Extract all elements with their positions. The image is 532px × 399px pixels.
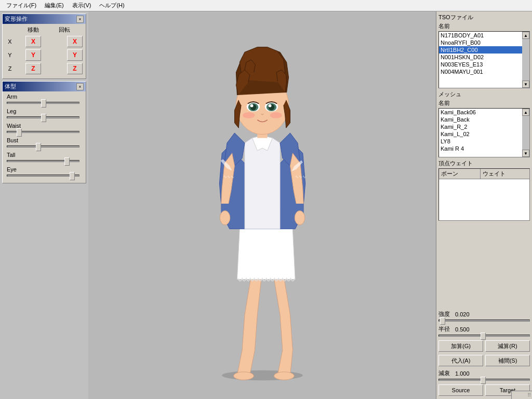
tso-item-3[interactable]: N001HSKN_D02: [439, 54, 529, 61]
gensui-slider[interactable]: [438, 379, 530, 381]
mesh-listbox[interactable]: Kami_Back06 Kami_Back Kami_R_2 Kami_L_02…: [438, 108, 530, 157]
tall-label: Tall: [7, 152, 82, 158]
bust-label: Bust: [7, 137, 82, 143]
kyodo-label: 強度: [438, 310, 453, 318]
mesh-scroll-track: [522, 116, 529, 150]
vertex-table-body: [438, 179, 530, 221]
rotate-x-button[interactable]: X: [67, 36, 83, 47]
tso-name-label: 名前: [438, 22, 530, 30]
menu-help[interactable]: ヘルプ(H): [95, 1, 128, 10]
body-panel-close[interactable]: ×: [76, 83, 84, 90]
axis-y-label: Y: [5, 52, 15, 58]
tso-item-0[interactable]: N171BODY_A01: [439, 32, 529, 39]
rotate-label: 回転: [57, 26, 72, 34]
svg-point-5: [220, 211, 230, 225]
right-panel: TSOファイル 名前 N171BODY_A01 NnoaRYFI_B00 Nrt…: [436, 11, 532, 399]
rotate-z-button[interactable]: Z: [67, 63, 83, 74]
bust-thumb[interactable]: [36, 143, 41, 151]
vertex-section: 頂点ウェイト ボーン ウェイト: [438, 159, 530, 308]
eye-thumb[interactable]: [70, 172, 75, 180]
move-y-button[interactable]: Y: [25, 49, 41, 61]
svg-point-6: [295, 211, 304, 225]
mesh-item-5[interactable]: Kami R 4: [439, 145, 529, 152]
transform-panel-close[interactable]: ×: [76, 16, 84, 23]
viewport[interactable]: ∿∿∿ ∿∿∿: [88, 11, 436, 399]
eye-slider[interactable]: [7, 175, 79, 177]
axis-z-label: Z: [5, 65, 15, 72]
rotate-y-button[interactable]: Y: [67, 49, 83, 61]
tso-item-1[interactable]: NnoaRYFI_B00: [439, 39, 529, 46]
leg-thumb[interactable]: [41, 114, 46, 122]
hankei-thumb[interactable]: [481, 332, 486, 340]
svg-text:∿∿∿: ∿∿∿: [295, 175, 306, 179]
button-row-2: 代入(A) 補間(S): [438, 355, 530, 366]
gensui-label: 減衰: [438, 369, 453, 377]
add-button[interactable]: 加算(G): [438, 340, 483, 352]
svg-point-18: [270, 112, 282, 118]
assign-button[interactable]: 代入(A): [438, 355, 483, 366]
mesh-item-3[interactable]: Kami_L_02: [439, 130, 529, 138]
status-grip: ⠿: [527, 392, 531, 398]
leg-slider[interactable]: [7, 116, 79, 118]
bust-slider-row: Bust: [7, 137, 82, 148]
transform-panel-title: 変形操作: [5, 15, 28, 23]
menu-file[interactable]: ファイル(F): [2, 1, 41, 10]
tso-scrollbar[interactable]: ▲ ▼: [522, 32, 529, 88]
tall-slider-row: Tall: [7, 152, 82, 162]
vertex-table-header: ボーン ウェイト: [438, 168, 530, 179]
mesh-scroll-down[interactable]: ▼: [522, 150, 529, 157]
tso-listbox[interactable]: N171BODY_A01 NnoaRYFI_B00 NrtI1BH2_C00 N…: [438, 31, 530, 88]
source-button[interactable]: Source: [438, 384, 483, 396]
waist-thumb[interactable]: [17, 128, 22, 137]
kyodo-slider[interactable]: [438, 320, 530, 322]
vertex-label: 頂点ウェイト: [438, 159, 530, 167]
mesh-item-0[interactable]: Kami_Back06: [439, 109, 529, 116]
kyodo-value: 0.020: [455, 311, 481, 317]
body-panel-header: 体型 ×: [3, 82, 86, 91]
tso-label: TSOファイル: [438, 14, 530, 21]
move-x-button[interactable]: X: [25, 36, 41, 47]
kyodo-section: 強度 0.020: [438, 310, 530, 323]
tso-item-4[interactable]: N003EYES_E13: [439, 61, 529, 68]
bone-col-header: ボーン: [439, 169, 481, 179]
move-label: 移動: [25, 26, 41, 34]
mesh-scrollbar[interactable]: ▲ ▼: [522, 109, 529, 157]
left-panels: 変形操作 × 移動 回転 X X X Y Y: [0, 11, 88, 399]
gensui-thumb[interactable]: [481, 377, 486, 384]
tso-item-2[interactable]: NrtI1BH2_C00: [439, 46, 529, 54]
main-area: 変形操作 × 移動 回転 X X X Y Y: [0, 11, 532, 399]
move-z-button[interactable]: Z: [25, 63, 41, 74]
subtract-button[interactable]: 減算(R): [485, 340, 530, 352]
mesh-item-1[interactable]: Kami_Back: [439, 116, 529, 123]
eye-slider-row: Eye: [7, 166, 82, 177]
tso-scroll-down[interactable]: ▼: [522, 81, 529, 88]
waist-slider[interactable]: [7, 131, 79, 133]
arm-slider[interactable]: [7, 102, 79, 104]
tso-section: TSOファイル 名前 N171BODY_A01 NnoaRYFI_B00 Nrt…: [438, 14, 530, 88]
mesh-item-4[interactable]: LY8: [439, 138, 529, 145]
mesh-label: メッシュ: [438, 90, 530, 98]
body-panel: 体型 × Arm Leg: [2, 81, 86, 183]
arm-thumb[interactable]: [41, 99, 46, 108]
mesh-scroll-up[interactable]: ▲: [522, 109, 529, 116]
interpolate-button[interactable]: 補間(S): [485, 355, 530, 366]
mesh-section: メッシュ 名前 Kami_Back06 Kami_Back Kami_R_2 K…: [438, 90, 530, 157]
tall-thumb[interactable]: [64, 157, 70, 166]
svg-text:∿∿∿: ∿∿∿: [223, 175, 234, 179]
svg-point-1: [233, 372, 254, 380]
tso-scroll-up[interactable]: ▲: [522, 32, 529, 39]
menu-view[interactable]: 表示(V): [68, 1, 96, 10]
svg-point-16: [268, 104, 271, 107]
hankei-value: 0.500: [455, 326, 481, 332]
transform-panel-header: 変形操作 ×: [3, 14, 86, 24]
mesh-item-2[interactable]: Kami_R_2: [439, 123, 529, 130]
svg-point-12: [250, 104, 253, 107]
menu-edit[interactable]: 編集(E): [41, 1, 68, 10]
tall-slider[interactable]: [7, 160, 79, 162]
hankei-slider[interactable]: [438, 335, 530, 337]
button-row-1: 加算(G) 減算(R): [438, 340, 530, 352]
tso-item-5[interactable]: N004MAYU_001: [439, 68, 529, 75]
kyodo-thumb[interactable]: [440, 317, 445, 325]
transform-panel: 変形操作 × 移動 回転 X X X Y Y: [2, 14, 86, 79]
bust-slider[interactable]: [7, 145, 79, 148]
